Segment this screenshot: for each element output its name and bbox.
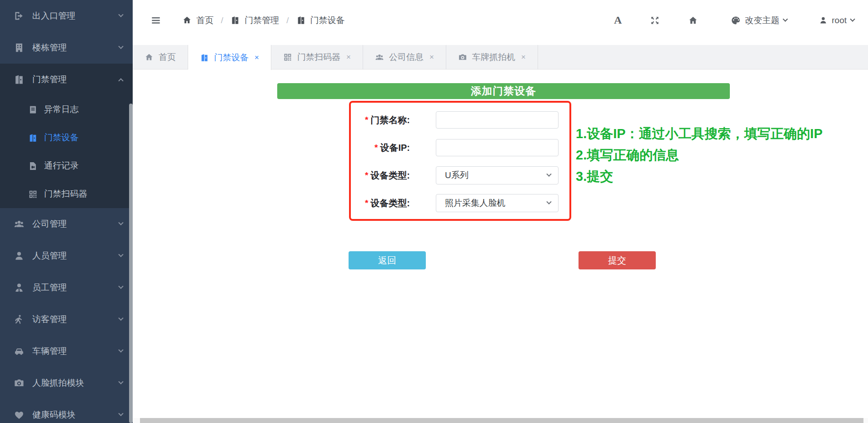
user-tie-icon [14,282,25,293]
users-icon [14,219,25,229]
close-icon[interactable]: × [521,53,526,62]
sidebar-item-face-capture[interactable]: 人脸抓拍模块 [0,367,133,399]
tab-label: 车牌抓拍机 [472,51,515,63]
chevron-down-icon [783,16,788,21]
sidebar-item-health-code[interactable]: 健康码模块 [0,399,133,423]
sidebar-item-entrance-mgmt[interactable]: 出入口管理 [0,0,133,32]
sidebar-item-label: 门禁管理 [32,74,67,85]
sidebar-item-access-scanner[interactable]: 门禁扫码器 [0,180,133,208]
required-asterisk: * [365,198,368,208]
door-icon [200,53,209,62]
field-label: * 设备类型: [351,197,410,209]
breadcrumb-item-home[interactable]: 首页 [196,15,214,26]
font-size-button[interactable]: A [614,14,622,26]
breadcrumb-item-access-mgmt[interactable]: 门禁管理 [244,15,279,26]
close-icon[interactable]: × [346,53,351,62]
sidebar: 出入口管理 楼栋管理 门禁管理 异常日志 门禁设备 [0,0,133,423]
horizontal-scrollbar[interactable] [133,418,868,423]
sidebar-item-building-mgmt[interactable]: 楼栋管理 [0,32,133,64]
sidebar-item-access-device[interactable]: 门禁设备 [0,124,133,152]
walking-person-icon [14,314,25,325]
sidebar-item-label: 公司管理 [32,218,67,230]
device-series-select[interactable]: U系列 [436,166,559,184]
sidebar-item-pass-records[interactable]: 通行记录 [0,152,133,180]
tab-label: 门禁扫码器 [297,51,340,63]
sidebar-item-label: 健康码模块 [32,409,75,421]
field-label: * 门禁名称: [351,114,410,126]
qrcode-icon [28,189,38,199]
close-icon[interactable]: × [254,53,259,62]
tab-label: 公司信息 [389,51,424,63]
chevron-down-icon [118,252,123,257]
device-ip-input[interactable] [436,139,559,156]
sidebar-item-label: 楼栋管理 [32,42,67,54]
home-icon [182,15,192,25]
home-icon[interactable] [688,15,698,25]
field-label: * 设备IP: [351,142,410,154]
home-icon [145,53,154,62]
selected-value: 照片采集人脸机 [445,197,505,209]
breadcrumb-separator: / [286,15,289,25]
chevron-down-icon [850,16,855,21]
sidebar-item-label: 访客管理 [32,314,67,325]
sidebar-item-label: 人员管理 [32,250,67,262]
heart-icon [14,409,25,420]
sidebar-item-personnel-mgmt[interactable]: 人员管理 [0,240,133,272]
door-icon [296,15,306,25]
scrollbar-thumb[interactable] [140,418,863,423]
sidebar-item-company-mgmt[interactable]: 公司管理 [0,208,133,240]
sidebar-item-label: 人脸抓拍模块 [32,377,84,389]
sidebar-item-label: 门禁设备 [44,132,79,144]
selected-value: U系列 [445,169,469,181]
user-menu[interactable]: root [819,15,854,25]
tab-access-device[interactable]: 门禁设备 × [188,45,271,70]
fullscreen-icon[interactable] [650,15,660,25]
chevron-down-icon [118,316,123,321]
chevron-down-icon [118,220,123,225]
sidebar-scrollbar[interactable] [129,104,133,423]
tab-home[interactable]: 首页 [133,45,188,70]
breadcrumb-separator: / [221,15,223,25]
chevron-down-icon [118,44,123,49]
device-name-input[interactable] [436,111,559,129]
tab-company-info[interactable]: 公司信息 × [363,45,446,70]
sidebar-item-label: 异常日志 [44,104,79,115]
main-content: 添加门禁设备 * 门禁名称: * 设备IP: * 设备类型: [133,70,868,423]
tab-label: 首页 [159,51,176,63]
submit-button[interactable]: 提交 [579,251,656,269]
breadcrumb-item-access-device[interactable]: 门禁设备 [310,15,345,26]
back-button[interactable]: 返回 [349,251,426,269]
form-row: * 设备类型: U系列 [351,166,569,184]
close-icon[interactable]: × [429,53,434,62]
file-video-icon [28,161,38,171]
annotation-notes: 1.设备IP：通过小工具搜索，填写正确的IP 2.填写正确的信息 3.提交 [576,123,823,187]
required-asterisk: * [365,115,368,125]
tab-access-scanner[interactable]: 门禁扫码器 × [271,45,363,70]
theme-switcher[interactable]: 改变主题 [731,15,787,26]
sidebar-expanded-section: 门禁管理 异常日志 门禁设备 通行记录 门禁扫码器 [0,64,133,208]
sign-out-icon [14,10,25,21]
sidebar-item-employee-mgmt[interactable]: 员工管理 [0,272,133,304]
tab-label: 门禁设备 [214,52,249,64]
sidebar-item-label: 门禁扫码器 [44,188,87,200]
annotation-line: 3.提交 [576,166,823,187]
door-icon [14,74,25,85]
device-type-select[interactable]: 照片采集人脸机 [436,194,559,212]
chevron-down-icon [546,172,551,177]
tab-plate-capture[interactable]: 车牌抓拍机 × [446,45,538,70]
chevron-down-icon [118,284,123,289]
sidebar-item-vehicle-mgmt[interactable]: 车辆管理 [0,335,133,367]
sidebar-item-access-mgmt[interactable]: 门禁管理 [0,64,133,95]
required-asterisk: * [365,170,368,180]
palette-icon [731,15,741,25]
chevron-down-icon [118,12,123,17]
sidebar-item-label: 车辆管理 [32,345,67,357]
annotation-line: 1.设备IP：通过小工具搜索，填写正确的IP [576,123,823,144]
chevron-down-icon [118,411,123,416]
sidebar-item-abnormal-log[interactable]: 异常日志 [0,95,133,124]
user-icon [14,250,25,261]
header-actions: A 改变主题 root [614,14,854,26]
sidebar-item-visitor-mgmt[interactable]: 访客管理 [0,304,133,335]
door-icon [28,133,38,143]
hamburger-menu-icon[interactable] [150,15,162,26]
